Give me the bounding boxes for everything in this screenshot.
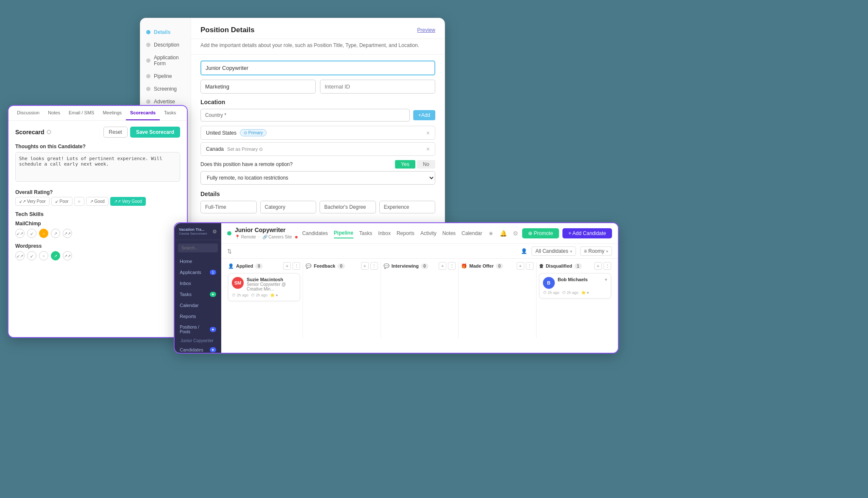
candidate-card-bob[interactable]: B Bob Michaels ▾ ⏱ 2h ago ⏱ 2h ago ⭐ ● [539, 273, 611, 299]
job-title-input[interactable] [200, 61, 435, 75]
more-feedback-btn[interactable]: ⋮ [370, 262, 378, 270]
bell-icon[interactable]: 🔔 [500, 230, 507, 237]
add-interviewing-btn[interactable]: + [439, 262, 446, 270]
pipeline-actions: ⊕ Promote + Add Candidate [522, 228, 612, 238]
settings-icon[interactable]: ⚙ [212, 229, 217, 235]
add-applied-btn[interactable]: + [283, 262, 291, 270]
tab-inbox[interactable]: Inbox [378, 229, 390, 238]
pipeline-col-interviewing: 💬 Interviewing 0 + ⋮ [381, 262, 459, 338]
sidebar-item-description[interactable]: Description [140, 39, 191, 51]
set-primary-canada[interactable]: Set as Primary ⊙ [227, 147, 263, 152]
sidebar-item-screening[interactable]: Screening [140, 83, 191, 95]
sidebar-item-application-form[interactable]: Application Form [140, 51, 191, 70]
remove-us-button[interactable]: × [426, 130, 430, 136]
applied-icon: 👤 [228, 263, 234, 269]
skill-icon-4[interactable]: ↗ [51, 229, 60, 238]
skill-wp-icon-1[interactable]: ↙↗ [15, 251, 25, 260]
sidebar-dot-screening [146, 87, 150, 91]
preview-link[interactable]: Preview [417, 27, 435, 33]
tab-pipeline[interactable]: Pipeline [334, 228, 353, 238]
promote-button[interactable]: ⊕ Promote [522, 228, 559, 238]
skill-wp-icon-3[interactable]: ○ [39, 251, 48, 260]
add-candidate-button[interactable]: + Add Candidate [562, 228, 612, 238]
skill-icon-5[interactable]: ↗↗ [63, 229, 72, 238]
scorecard-question-label: Thoughts on this Candidate? [15, 144, 180, 149]
sidebar-search-input[interactable] [178, 243, 218, 252]
add-disqualified-btn[interactable]: + [594, 262, 602, 270]
sidebar-header: Vacation Tra... Cassia Saccomani ⚙ [175, 223, 221, 240]
sidebar-nav-reports[interactable]: Reports [175, 311, 221, 322]
skill-wp-icon-2[interactable]: ↙ [27, 251, 36, 260]
tab-candidates[interactable]: Candidates [302, 229, 328, 238]
gear-icon[interactable]: ⚙ [513, 230, 518, 237]
location-section-label: Location [200, 99, 435, 105]
save-scorecard-button[interactable]: Save Scorecard [130, 127, 180, 138]
tab-discussion[interactable]: Discussion [13, 106, 44, 120]
skill-wp-icon-4[interactable]: ↗ [51, 251, 60, 260]
tab-tasks[interactable]: Tasks [359, 229, 373, 238]
sidebar-item-details[interactable]: Details [140, 26, 191, 39]
more-interviewing-btn[interactable]: ⋮ [448, 262, 456, 270]
skill-icon-1[interactable]: ↙↗ [15, 229, 25, 238]
tab-calendar[interactable]: Calendar [462, 229, 482, 238]
experience-select[interactable]: Experience [379, 201, 436, 213]
country-select[interactable]: Country * [200, 109, 410, 122]
skills-title: Tech Skills [15, 211, 180, 217]
sidebar-item-pipeline[interactable]: Pipeline [140, 70, 191, 83]
remove-canada-button[interactable]: × [426, 146, 430, 152]
meta-sep: · [259, 235, 260, 239]
tab-email-sms[interactable]: Email / SMS [64, 106, 99, 120]
roomy-filter[interactable]: ≡ Roomy ▾ [580, 246, 612, 256]
more-applied-btn[interactable]: ⋮ [292, 262, 300, 270]
remote-no-button[interactable]: No [417, 160, 435, 169]
sidebar-dot-description [146, 43, 150, 47]
rating-very-good[interactable]: ↗↗ Very Good [110, 197, 146, 206]
tab-notes[interactable]: Notes [442, 229, 456, 238]
more-offer-btn[interactable]: ⋮ [526, 262, 534, 270]
skill-icon-2[interactable]: ↙ [27, 229, 36, 238]
sidebar-nav-calendar[interactable]: Calendar [175, 300, 221, 311]
tab-reports[interactable]: Reports [397, 229, 415, 238]
reset-button[interactable]: Reset [103, 127, 128, 138]
skill-wp-icon-5[interactable]: ↗↗ [63, 251, 72, 260]
candidate-card-suzie[interactable]: SM Suzie Macintosh Senior Copywriter @ C… [228, 273, 300, 301]
rating-neutral[interactable]: ○ [74, 197, 84, 206]
type-select[interactable]: Full-Time [200, 201, 257, 213]
tab-scorecards[interactable]: Scorecards [126, 106, 160, 120]
more-disqualified-btn[interactable]: ⋮ [604, 262, 611, 270]
sidebar-nav-positions[interactable]: Positions / Pools ● [175, 322, 221, 337]
tab-meetings[interactable]: Meetings [98, 106, 126, 120]
rating-very-poor[interactable]: ↙↗ Very Poor [15, 197, 50, 206]
sort-icon[interactable]: ⇅ [227, 248, 232, 255]
interviewing-count: 0 [421, 263, 428, 269]
star-icon[interactable]: ★ [488, 230, 494, 237]
internal-id-input[interactable] [320, 80, 435, 94]
degree-select[interactable]: Bachelor's Degree [320, 201, 376, 213]
remote-option-select[interactable]: Fully remote, no location restrictions [200, 171, 435, 185]
pd-title: Position Details [200, 26, 255, 34]
sidebar-sub-junior-copywriter[interactable]: Junior Copywriter [175, 337, 221, 344]
sidebar-nav-tasks[interactable]: Tasks ● [175, 289, 221, 300]
sidebar-nav-home[interactable]: Home [175, 256, 221, 267]
pipeline-col-made-offer: 🎁 Made Offer 0 + ⋮ [459, 262, 536, 338]
scorecard-export-icon[interactable]: ⬡ [47, 129, 51, 135]
category-select[interactable]: Category [260, 201, 317, 213]
rating-good[interactable]: ↗ Good [86, 197, 108, 206]
scorecard-answer-textarea[interactable]: She looks great! Lots of pertinent exper… [15, 152, 180, 182]
tab-activity[interactable]: Activity [420, 229, 437, 238]
all-candidates-filter[interactable]: All Candidates ▾ [531, 246, 576, 256]
department-input[interactable] [200, 80, 316, 94]
tab-tasks[interactable]: Tasks [160, 106, 180, 120]
expand-icon[interactable]: ▾ [605, 277, 607, 282]
remote-yes-button[interactable]: Yes [395, 160, 415, 169]
rating-poor[interactable]: ↙ Poor [51, 197, 72, 206]
skill-icon-3[interactable]: ○ [39, 229, 48, 238]
add-offer-btn[interactable]: + [517, 262, 524, 270]
tab-notes[interactable]: Notes [44, 106, 64, 120]
add-feedback-btn[interactable]: + [361, 262, 369, 270]
sidebar-nav-candidates[interactable]: Candidates ● [175, 344, 221, 354]
sidebar-nav-applicants[interactable]: Applicants 1 [175, 267, 221, 278]
sidebar-nav-inbox[interactable]: Inbox [175, 278, 221, 289]
location-tag-us: United States ⊙ Primary × [200, 126, 435, 140]
add-location-button[interactable]: +Add [413, 110, 435, 120]
